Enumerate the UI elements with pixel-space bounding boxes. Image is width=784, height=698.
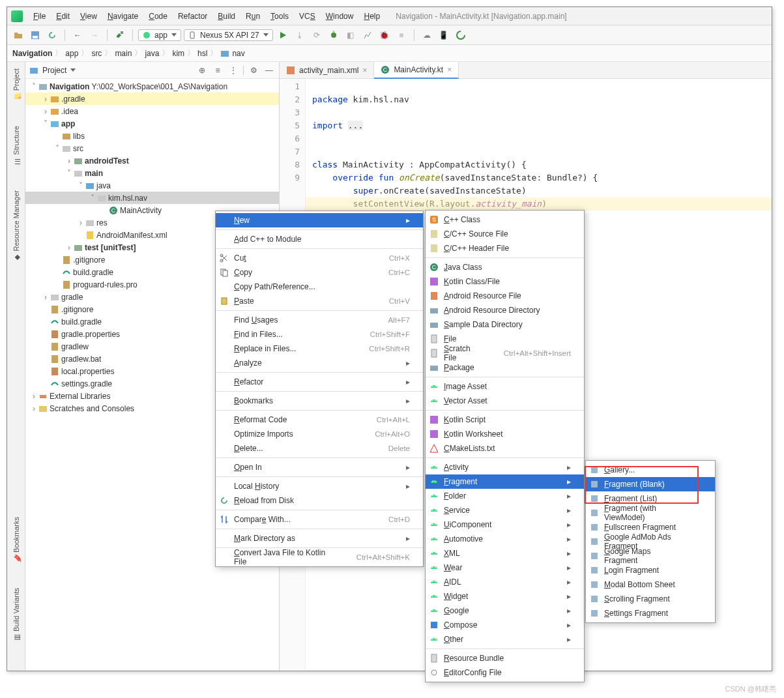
menu-item-c-c-header-file[interactable]: C/C++ Header File	[426, 241, 584, 255]
menu-run[interactable]: Run	[242, 10, 264, 22]
menu-item-reformat[interactable]: Reformat CodeCtrl+Alt+L	[216, 413, 423, 427]
menu-item-kotlin-script[interactable]: Kotlin Script	[426, 413, 584, 427]
sdk-icon[interactable]: 📱	[437, 28, 451, 42]
menu-item-sample-data-directory[interactable]: Sample Data Directory	[426, 317, 584, 332]
apply-changes-icon[interactable]: ⭳	[293, 28, 307, 42]
save-icon[interactable]	[28, 28, 42, 42]
menu-code[interactable]: Code	[145, 10, 171, 22]
menu-item-replacefiles[interactable]: Replace in Files...Ctrl+Shift+R	[216, 342, 423, 356]
menu-item-uicomponent[interactable]: UiComponent▸	[426, 517, 584, 532]
menu-item-c-class[interactable]: SC++ Class	[426, 212, 584, 227]
tree-row-app[interactable]: ˅app	[25, 117, 279, 130]
menu-item-new[interactable]: New▸	[216, 213, 423, 227]
side-tab-resource-manager[interactable]: ◆Resource Manager	[12, 188, 20, 265]
menu-item-resource-bundle[interactable]: Resource Bundle	[426, 651, 584, 665]
menu-item-bookmarks[interactable]: Bookmarks▸	[216, 394, 423, 408]
expand-icon[interactable]: ≡	[212, 65, 224, 76]
menu-item-settings-fragment[interactable]: Settings Fragment	[586, 606, 715, 620]
menu-item-copypath[interactable]: Copy Path/Reference...	[216, 280, 423, 294]
menu-item-kotlin-worksheet[interactable]: Kotlin Worksheet	[426, 427, 584, 441]
tree-row-src[interactable]: ˅src	[25, 142, 279, 154]
close-icon[interactable]: ×	[447, 65, 452, 74]
menu-item-android-resource-directory[interactable]: Android Resource Directory	[426, 303, 584, 317]
menu-refactor[interactable]: Refactor	[174, 10, 211, 22]
menu-item-findusages[interactable]: Find UsagesAlt+F7	[216, 313, 423, 327]
side-tab-bookmarks[interactable]: 🔖Bookmarks	[12, 514, 20, 566]
tab-main-activity[interactable]: C MainActivity.kt ×	[374, 62, 459, 79]
coverage-icon[interactable]: ◧	[343, 28, 358, 42]
menu-item-localhist[interactable]: Local History▸	[216, 479, 423, 493]
device-selector[interactable]: Nexus 5X API 27	[184, 29, 273, 41]
run-icon[interactable]	[276, 28, 290, 42]
profile-icon[interactable]	[360, 28, 375, 42]
menu-item-activity[interactable]: Activity▸	[426, 460, 584, 474]
attach-debugger-icon[interactable]: 🐞	[377, 28, 392, 42]
menu-item-fragment-blank-[interactable]: Fragment (Blank)	[586, 477, 715, 491]
menu-item-scratch-file[interactable]: Scratch FileCtrl+Alt+Shift+Insert	[426, 346, 584, 360]
menu-window[interactable]: Window	[322, 10, 358, 22]
forward-icon[interactable]: →	[87, 28, 102, 42]
menu-vcs[interactable]: VCS	[295, 10, 319, 22]
tree-row-androidtest[interactable]: ›androidTest	[25, 154, 279, 167]
menu-item-fragment-with-viewmodel-[interactable]: Fragment (with ViewModel)	[586, 506, 715, 520]
menu-item-cmakelists-txt[interactable]: CMakeLists.txt	[426, 441, 584, 456]
menu-item-other[interactable]: Other▸	[426, 632, 584, 647]
menu-tools[interactable]: Tools	[267, 10, 293, 22]
menu-item-package[interactable]: Package	[426, 360, 584, 375]
build-hammer-icon[interactable]	[113, 28, 127, 42]
menu-item-cut[interactable]: CutCtrl+X	[216, 251, 423, 265]
menu-item-convert[interactable]: Convert Java File to Kotlin FileCtrl+Alt…	[216, 550, 423, 564]
tab-activity-main[interactable]: activity_main.xml ×	[280, 62, 374, 79]
crumb-src[interactable]: src	[91, 49, 102, 58]
menu-item-delete[interactable]: Delete...Delete	[216, 441, 423, 456]
menu-build[interactable]: Build	[214, 10, 239, 22]
stop-icon[interactable]: ■	[394, 28, 409, 42]
tree-row-pkg[interactable]: ˅kim.hsl.nav	[25, 192, 279, 204]
menu-help[interactable]: Help	[360, 10, 384, 22]
side-tab-project[interactable]: 📁Project	[12, 66, 20, 104]
hide-icon[interactable]: —	[263, 65, 275, 76]
menu-item-xml[interactable]: XML▸	[426, 546, 584, 560]
gear-icon[interactable]: ⚙	[248, 65, 259, 76]
menu-item-login-fragment[interactable]: Login Fragment	[586, 563, 715, 577]
menu-item-findfiles[interactable]: Find in Files...Ctrl+Shift+F	[216, 327, 423, 342]
menu-item-google-maps-fragment[interactable]: Google Maps Fragment	[586, 549, 715, 563]
tree-row-gradle[interactable]: ›.gradle	[25, 93, 279, 105]
tree-row-root[interactable]: ˅Navigation Y:\002_WorkSpace\001_AS\Navi…	[25, 80, 279, 93]
crumb-root[interactable]: Navigation	[12, 49, 52, 58]
menu-item-gallery-[interactable]: Gallery...	[586, 463, 715, 477]
crumb-java[interactable]: java	[145, 49, 159, 58]
crumb-nav[interactable]: nav	[232, 49, 244, 58]
reload-icon[interactable]	[45, 28, 59, 42]
debug-icon[interactable]	[327, 28, 341, 42]
sync-icon[interactable]	[454, 28, 468, 42]
menu-item-image-asset[interactable]: Image Asset	[426, 379, 584, 394]
avd-icon[interactable]: ☁	[420, 28, 434, 42]
crumb-kim[interactable]: kim	[172, 49, 184, 58]
menu-item-reload[interactable]: Reload from Disk	[216, 493, 423, 508]
menu-navigate[interactable]: Navigate	[104, 10, 142, 22]
menu-item-optimize[interactable]: Optimize ImportsCtrl+Alt+O	[216, 427, 423, 441]
apply-code-icon[interactable]: ⟳	[310, 28, 324, 42]
module-selector[interactable]: app	[138, 29, 181, 41]
menu-item-paste[interactable]: PasteCtrl+V	[216, 294, 423, 308]
menu-item-android-resource-file[interactable]: Android Resource File	[426, 289, 584, 303]
collapse-icon[interactable]: ⋮	[227, 65, 239, 76]
back-icon[interactable]: ←	[70, 28, 85, 42]
menu-item-c-c-source-file[interactable]: C/C++ Source File	[426, 227, 584, 241]
menu-item-java-class[interactable]: CJava Class	[426, 260, 584, 274]
menu-item-aidl[interactable]: AIDL▸	[426, 575, 584, 589]
side-tab-structure[interactable]: ☰Structure	[12, 123, 20, 168]
close-icon[interactable]: ×	[362, 66, 367, 75]
menu-item-scrolling-fragment[interactable]: Scrolling Fragment	[586, 592, 715, 606]
menu-item-kotlin-class-file[interactable]: Kotlin Class/File	[426, 274, 584, 289]
menu-item-vector-asset[interactable]: Vector Asset	[426, 394, 584, 408]
menu-item-compare[interactable]: Compare With...Ctrl+D	[216, 512, 423, 527]
crumb-app[interactable]: app	[65, 49, 78, 58]
panel-mode[interactable]: Project	[42, 66, 66, 75]
menu-item-folder[interactable]: Folder▸	[426, 489, 584, 503]
menu-edit[interactable]: Edit	[52, 10, 74, 22]
menu-item-analyze[interactable]: Analyze▸	[216, 356, 423, 370]
chevron-down-icon[interactable]	[70, 68, 76, 72]
menu-item-editorconfig-file[interactable]: EditorConfig File	[426, 665, 584, 680]
